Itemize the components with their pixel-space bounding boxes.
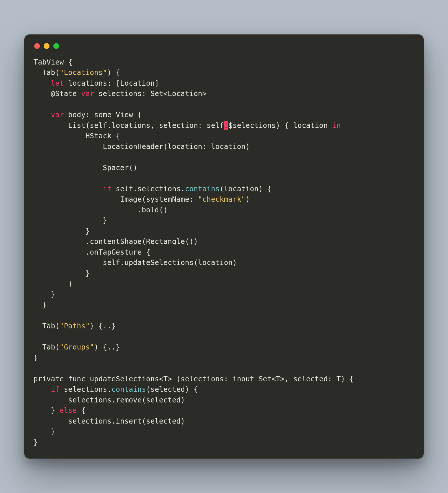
code-line: TabView { — [34, 58, 73, 66]
code-line: let locations: [Location] — [34, 79, 159, 87]
code-line: @State var selections: Set<Location> — [34, 89, 207, 98]
code-line: Tab("Locations") { — [34, 68, 120, 77]
code-line: selections.insert(selected) — [34, 417, 185, 425]
code-line: } — [34, 301, 47, 309]
code-window: TabView { Tab("Locations") { let locatio… — [24, 34, 424, 459]
code-line: } else { — [34, 406, 85, 415]
code-line: Tab("Paths") {..} — [34, 322, 116, 330]
code-line: if selections.contains(selected) { — [34, 385, 198, 393]
code-line: private func updateSelections<T> (select… — [34, 375, 354, 383]
code-line: } — [34, 269, 90, 277]
code-line: if self.selections.contains(location) { — [34, 185, 271, 193]
code-block: TabView { Tab("Locations") { let locatio… — [34, 57, 414, 448]
code-line: HStack { — [34, 132, 120, 140]
code-line: Spacer() — [34, 163, 137, 172]
code-line: Tab("Groups") {..} — [34, 343, 120, 351]
code-line: .bold() — [34, 206, 168, 214]
code-line: .onTapGesture { — [34, 248, 150, 256]
code-line: } — [34, 290, 55, 299]
code-line: } — [34, 227, 90, 235]
code-line: var body: some View { — [34, 111, 142, 119]
code-line: } — [34, 216, 107, 225]
minimize-icon[interactable] — [44, 43, 49, 49]
code-line: } — [34, 354, 38, 362]
cursor: . — [224, 121, 228, 130]
code-line: LocationHeader(location: location) — [34, 142, 250, 151]
code-line: selections.remove(selected) — [34, 396, 185, 404]
code-line: } — [34, 438, 38, 446]
window-controls — [34, 43, 414, 49]
code-line: .contentShape(Rectangle()) — [34, 237, 198, 246]
code-line: } — [34, 427, 55, 436]
maximize-icon[interactable] — [53, 43, 59, 49]
code-line: List(self.locations, selection: self.$se… — [34, 121, 341, 130]
code-line: self.updateSelections(location) — [34, 258, 237, 267]
code-line: } — [34, 279, 73, 288]
code-line: Image(systemName: "checkmark") — [34, 195, 250, 203]
close-icon[interactable] — [34, 43, 40, 49]
